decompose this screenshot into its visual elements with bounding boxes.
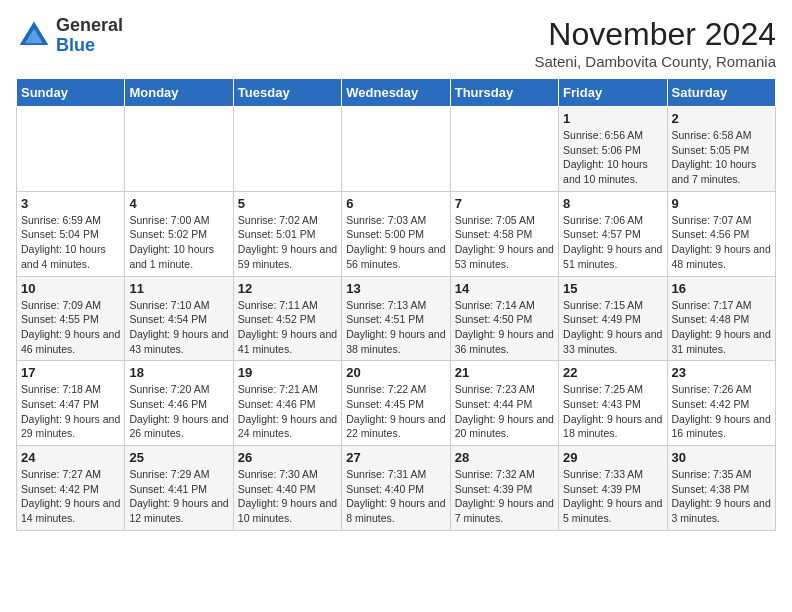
day-cell: 8Sunrise: 7:06 AM Sunset: 4:57 PM Daylig… [559, 191, 667, 276]
day-number: 20 [346, 365, 445, 380]
day-info: Sunrise: 6:58 AM Sunset: 5:05 PM Dayligh… [672, 128, 771, 187]
day-cell: 4Sunrise: 7:00 AM Sunset: 5:02 PM Daylig… [125, 191, 233, 276]
day-number: 17 [21, 365, 120, 380]
day-info: Sunrise: 7:32 AM Sunset: 4:39 PM Dayligh… [455, 467, 554, 526]
day-info: Sunrise: 6:56 AM Sunset: 5:06 PM Dayligh… [563, 128, 662, 187]
day-info: Sunrise: 7:29 AM Sunset: 4:41 PM Dayligh… [129, 467, 228, 526]
day-cell: 15Sunrise: 7:15 AM Sunset: 4:49 PM Dayli… [559, 276, 667, 361]
header-row: SundayMondayTuesdayWednesdayThursdayFrid… [17, 79, 776, 107]
header-cell-saturday: Saturday [667, 79, 775, 107]
day-cell: 2Sunrise: 6:58 AM Sunset: 5:05 PM Daylig… [667, 107, 775, 192]
day-number: 10 [21, 281, 120, 296]
day-info: Sunrise: 7:25 AM Sunset: 4:43 PM Dayligh… [563, 382, 662, 441]
day-info: Sunrise: 7:23 AM Sunset: 4:44 PM Dayligh… [455, 382, 554, 441]
day-cell: 30Sunrise: 7:35 AM Sunset: 4:38 PM Dayli… [667, 446, 775, 531]
day-cell: 26Sunrise: 7:30 AM Sunset: 4:40 PM Dayli… [233, 446, 341, 531]
day-cell: 10Sunrise: 7:09 AM Sunset: 4:55 PM Dayli… [17, 276, 125, 361]
day-info: Sunrise: 7:15 AM Sunset: 4:49 PM Dayligh… [563, 298, 662, 357]
header-cell-thursday: Thursday [450, 79, 558, 107]
day-info: Sunrise: 7:00 AM Sunset: 5:02 PM Dayligh… [129, 213, 228, 272]
day-info: Sunrise: 7:30 AM Sunset: 4:40 PM Dayligh… [238, 467, 337, 526]
day-cell: 27Sunrise: 7:31 AM Sunset: 4:40 PM Dayli… [342, 446, 450, 531]
day-cell: 11Sunrise: 7:10 AM Sunset: 4:54 PM Dayli… [125, 276, 233, 361]
day-number: 15 [563, 281, 662, 296]
day-cell [17, 107, 125, 192]
week-row-2: 3Sunrise: 6:59 AM Sunset: 5:04 PM Daylig… [17, 191, 776, 276]
day-cell: 24Sunrise: 7:27 AM Sunset: 4:42 PM Dayli… [17, 446, 125, 531]
day-number: 21 [455, 365, 554, 380]
day-number: 18 [129, 365, 228, 380]
day-number: 7 [455, 196, 554, 211]
day-number: 26 [238, 450, 337, 465]
day-cell [342, 107, 450, 192]
day-cell: 19Sunrise: 7:21 AM Sunset: 4:46 PM Dayli… [233, 361, 341, 446]
header-cell-monday: Monday [125, 79, 233, 107]
day-info: Sunrise: 7:26 AM Sunset: 4:42 PM Dayligh… [672, 382, 771, 441]
day-info: Sunrise: 7:17 AM Sunset: 4:48 PM Dayligh… [672, 298, 771, 357]
day-info: Sunrise: 7:35 AM Sunset: 4:38 PM Dayligh… [672, 467, 771, 526]
subtitle: Sateni, Dambovita County, Romania [534, 53, 776, 70]
day-info: Sunrise: 7:09 AM Sunset: 4:55 PM Dayligh… [21, 298, 120, 357]
title-area: November 2024 Sateni, Dambovita County, … [534, 16, 776, 70]
day-number: 11 [129, 281, 228, 296]
day-info: Sunrise: 7:02 AM Sunset: 5:01 PM Dayligh… [238, 213, 337, 272]
day-cell: 18Sunrise: 7:20 AM Sunset: 4:46 PM Dayli… [125, 361, 233, 446]
header-cell-friday: Friday [559, 79, 667, 107]
day-cell: 16Sunrise: 7:17 AM Sunset: 4:48 PM Dayli… [667, 276, 775, 361]
day-cell: 13Sunrise: 7:13 AM Sunset: 4:51 PM Dayli… [342, 276, 450, 361]
month-title: November 2024 [534, 16, 776, 53]
day-number: 24 [21, 450, 120, 465]
day-cell: 3Sunrise: 6:59 AM Sunset: 5:04 PM Daylig… [17, 191, 125, 276]
day-number: 19 [238, 365, 337, 380]
day-number: 23 [672, 365, 771, 380]
day-info: Sunrise: 7:05 AM Sunset: 4:58 PM Dayligh… [455, 213, 554, 272]
day-number: 13 [346, 281, 445, 296]
day-info: Sunrise: 7:22 AM Sunset: 4:45 PM Dayligh… [346, 382, 445, 441]
day-info: Sunrise: 7:07 AM Sunset: 4:56 PM Dayligh… [672, 213, 771, 272]
day-number: 3 [21, 196, 120, 211]
day-info: Sunrise: 7:21 AM Sunset: 4:46 PM Dayligh… [238, 382, 337, 441]
day-info: Sunrise: 7:03 AM Sunset: 5:00 PM Dayligh… [346, 213, 445, 272]
day-cell [233, 107, 341, 192]
day-number: 30 [672, 450, 771, 465]
logo: General Blue [16, 16, 123, 56]
day-number: 4 [129, 196, 228, 211]
day-cell: 5Sunrise: 7:02 AM Sunset: 5:01 PM Daylig… [233, 191, 341, 276]
day-cell: 21Sunrise: 7:23 AM Sunset: 4:44 PM Dayli… [450, 361, 558, 446]
day-number: 16 [672, 281, 771, 296]
day-info: Sunrise: 7:20 AM Sunset: 4:46 PM Dayligh… [129, 382, 228, 441]
day-number: 2 [672, 111, 771, 126]
header-cell-sunday: Sunday [17, 79, 125, 107]
day-cell [450, 107, 558, 192]
day-cell: 7Sunrise: 7:05 AM Sunset: 4:58 PM Daylig… [450, 191, 558, 276]
day-number: 1 [563, 111, 662, 126]
day-cell: 23Sunrise: 7:26 AM Sunset: 4:42 PM Dayli… [667, 361, 775, 446]
day-info: Sunrise: 7:31 AM Sunset: 4:40 PM Dayligh… [346, 467, 445, 526]
day-info: Sunrise: 7:13 AM Sunset: 4:51 PM Dayligh… [346, 298, 445, 357]
logo-icon [16, 18, 52, 54]
day-cell: 12Sunrise: 7:11 AM Sunset: 4:52 PM Dayli… [233, 276, 341, 361]
week-row-3: 10Sunrise: 7:09 AM Sunset: 4:55 PM Dayli… [17, 276, 776, 361]
day-number: 22 [563, 365, 662, 380]
day-number: 25 [129, 450, 228, 465]
logo-blue: Blue [56, 35, 95, 55]
day-info: Sunrise: 6:59 AM Sunset: 5:04 PM Dayligh… [21, 213, 120, 272]
day-cell: 1Sunrise: 6:56 AM Sunset: 5:06 PM Daylig… [559, 107, 667, 192]
logo-text: General Blue [56, 16, 123, 56]
day-info: Sunrise: 7:27 AM Sunset: 4:42 PM Dayligh… [21, 467, 120, 526]
week-row-5: 24Sunrise: 7:27 AM Sunset: 4:42 PM Dayli… [17, 446, 776, 531]
day-number: 6 [346, 196, 445, 211]
day-number: 28 [455, 450, 554, 465]
week-row-1: 1Sunrise: 6:56 AM Sunset: 5:06 PM Daylig… [17, 107, 776, 192]
day-info: Sunrise: 7:33 AM Sunset: 4:39 PM Dayligh… [563, 467, 662, 526]
day-cell: 6Sunrise: 7:03 AM Sunset: 5:00 PM Daylig… [342, 191, 450, 276]
day-cell: 28Sunrise: 7:32 AM Sunset: 4:39 PM Dayli… [450, 446, 558, 531]
day-number: 12 [238, 281, 337, 296]
header-cell-tuesday: Tuesday [233, 79, 341, 107]
day-number: 27 [346, 450, 445, 465]
day-cell [125, 107, 233, 192]
day-number: 14 [455, 281, 554, 296]
calendar-table: SundayMondayTuesdayWednesdayThursdayFrid… [16, 78, 776, 531]
day-info: Sunrise: 7:10 AM Sunset: 4:54 PM Dayligh… [129, 298, 228, 357]
header-cell-wednesday: Wednesday [342, 79, 450, 107]
